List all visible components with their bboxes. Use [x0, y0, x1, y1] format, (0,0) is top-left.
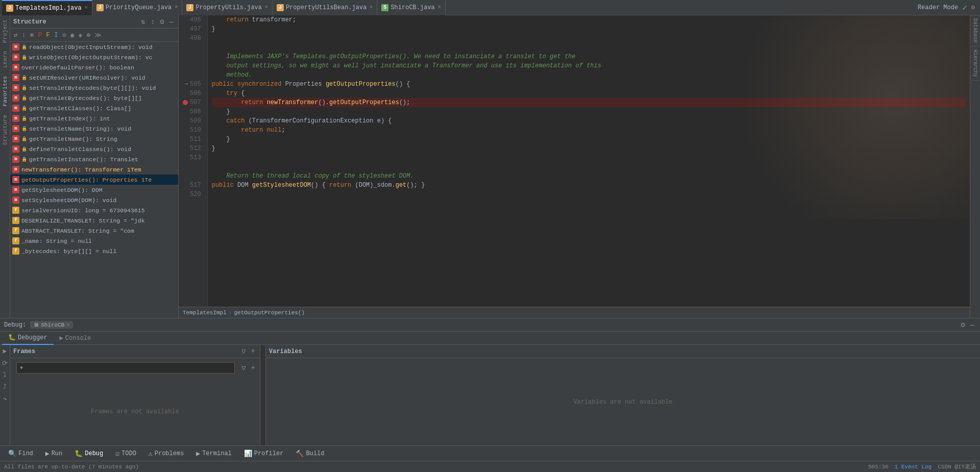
frames-plus-btn[interactable]: + [250, 363, 257, 372]
tree-item-gettransletclasses[interactable]: m 🔒 getTransletClasses(): Class[] [10, 103, 178, 113]
tree-item-abstract[interactable]: f ABSTRACT_TRANSLET: String = "com [10, 226, 178, 236]
sidebar-item-database[interactable]: Database [971, 15, 979, 46]
tree-item-gettransletname[interactable]: m 🔒 getTransletName(): String [10, 134, 178, 144]
debug-session-close[interactable]: × [66, 322, 70, 328]
tree-item-seturiresolver[interactable]: m 🔒 setURIResolver(URIResolver): void [10, 72, 178, 83]
tab-close-shiro[interactable]: × [438, 5, 441, 10]
tab-property-utils[interactable]: J PropertyUtils.java × [182, 0, 273, 15]
toolbar-icon-10[interactable]: ⊛ [85, 31, 92, 40]
tree-item-writeobject[interactable]: m 🔒 writeObject(ObjectOutputStream): vc [10, 52, 178, 62]
sidebar-item-hierarchy[interactable]: Hierarchy [971, 46, 979, 81]
debug-side-icon-2[interactable]: ⟳ [2, 359, 8, 367]
toolbar-icon-3[interactable]: ⊕ [29, 31, 36, 40]
tree-item-text11: defineTransletClasses(): void [29, 146, 131, 153]
tree-item-gettransletbytecodes[interactable]: m 🔒 getTransletBytecodes(): byte[][] [10, 93, 178, 103]
debug-side-icon-1[interactable]: ▶ [3, 347, 7, 355]
event-log-notification[interactable]: 1 Event Log [895, 464, 932, 470]
tree-item-text20: _name: String = null [21, 238, 92, 244]
sidebar-tab-favorites[interactable]: Favorites [1, 72, 9, 110]
breadcrumb-item-1[interactable]: TemplatesImpl [183, 310, 227, 316]
debug-tab-console[interactable]: ▶ Console [54, 332, 97, 345]
debug-session-name: ShiroCB [41, 322, 64, 328]
structure-sort-icon[interactable]: ⇅ [139, 17, 146, 27]
csdn-user: CSDN @IT老汤 [938, 463, 976, 470]
debug-tabs: 🐛 Debugger ▶ Console [0, 332, 980, 345]
frames-filter-btn[interactable]: ▽ [240, 363, 247, 373]
toolbar-icon-1[interactable]: ⇄ [12, 31, 19, 40]
breadcrumb-item-2[interactable]: getOutputProperties() [234, 310, 305, 316]
code-line-505: public synchronized Properties getOutput… [212, 80, 966, 89]
debug-side-icon-3[interactable]: ⤵ [3, 371, 7, 379]
sidebar-tab-learn[interactable]: Learn [1, 47, 9, 72]
find-button[interactable]: 🔍 Find [4, 448, 37, 460]
code-line-507: return newTransformer().getOutputPropert… [212, 98, 966, 107]
tab-shiro-cb[interactable]: S ShiroCB.java × [377, 0, 445, 15]
frames-add-icon[interactable]: + [250, 346, 257, 356]
toolbar-icon-6[interactable]: I [53, 31, 60, 39]
toolbar-icon-2[interactable]: ↕ [20, 31, 28, 39]
code-lines[interactable]: return transformer; } Implements JAXP's … [208, 15, 970, 307]
reader-mode-icon[interactable]: ✓ [962, 3, 967, 13]
tree-item-name[interactable]: f _name: String = null [10, 236, 178, 246]
tab-templates-impl[interactable]: J TemplatesImpl.java × [2, 0, 92, 15]
terminal-button[interactable]: ▶ Terminal [192, 448, 235, 460]
tree-item-settransletname[interactable]: m 🔒 setTransletName(String): void [10, 123, 178, 134]
tree-item-getstylesheetdom[interactable]: m getStylesheetDOM(): DOM [10, 185, 178, 195]
tree-item-bytecodes[interactable]: f _bytecodes: byte[][] = null [10, 246, 178, 256]
tab-close-proputils[interactable]: × [265, 5, 268, 10]
code-scroll[interactable]: 496 497 498 → 505 506 507 [179, 15, 970, 307]
toolbar-icon-7[interactable]: ⊙ [61, 31, 68, 40]
tab-close-templates[interactable]: × [85, 5, 88, 11]
structure-settings-icon[interactable]: ⚙ [158, 17, 165, 27]
variables-title: Variables [269, 348, 302, 355]
debug-side-icon-4[interactable]: ⤴ [3, 383, 7, 391]
frames-dropdown[interactable]: ▼ [16, 362, 235, 374]
sidebar-tab-structure-left[interactable]: Structure [1, 111, 9, 149]
debug-minimize-icon[interactable]: — [969, 320, 976, 330]
ln-510: 510 [183, 126, 203, 135]
toolbar-icon-4[interactable]: P [36, 31, 43, 39]
tree-item-newtransformer[interactable]: m newTransformer(): Transformer 1Tem [10, 164, 178, 175]
sidebar-tab-project[interactable]: Project [1, 15, 9, 47]
code-line-520 [212, 190, 966, 199]
tree-item-gettransletinstance[interactable]: m 🔒 getTransletInstance(): Translet [10, 154, 178, 164]
tree-item-deserialize[interactable]: f DESERIALIZE_TRANSLET: String = "jdk [10, 215, 178, 226]
toolbar-icon-5[interactable]: F [44, 31, 52, 39]
toolbar-icon-8[interactable]: ◉ [69, 31, 76, 40]
code-line-513 [212, 153, 966, 162]
structure-icons: ⇅ ↕ ⚙ — [139, 17, 175, 27]
profiler-button[interactable]: 📊 Profiler [240, 448, 288, 460]
tab-close-propbean[interactable]: × [370, 5, 373, 10]
ln-empty4 [183, 70, 203, 80]
toolbar-icon-11[interactable]: ≫ [93, 31, 103, 40]
frames-scrollbar[interactable] [260, 345, 265, 445]
tab-close-priority[interactable]: × [175, 5, 178, 10]
line-arrow: → [185, 80, 188, 89]
code-line-498 [212, 34, 966, 43]
tab-priority-queue[interactable]: J PriorityQueue.java × [92, 0, 183, 15]
tree-item-serialversionuid[interactable]: f serialVersionUID: long = 6730943615 [10, 205, 178, 215]
tree-item-settransletbytecodes[interactable]: m 🔒 setTransletBytecodes(byte[][]): void [10, 83, 178, 93]
build-button[interactable]: 🔨 Build [291, 448, 328, 460]
debug-side-icon-5[interactable]: ↷ [3, 395, 7, 403]
ln-empty2 [183, 52, 203, 61]
profiler-label: Profiler [254, 450, 284, 457]
toolbar-icon-9[interactable]: ◈ [77, 31, 84, 40]
tree-item-gettransletindex[interactable]: m 🔒 getTransletIndex(): int [10, 113, 178, 123]
frames-filter-icon[interactable]: ▽ [240, 346, 247, 356]
structure-close-icon[interactable]: — [168, 17, 175, 27]
settings-icon[interactable]: ⚙ [971, 4, 975, 11]
todo-button[interactable]: ☑ TODO [111, 448, 140, 460]
structure-sort2-icon[interactable]: ↕ [149, 17, 156, 27]
debug-settings-icon[interactable]: ⚙ [959, 320, 966, 330]
debug-button[interactable]: 🐛 Debug [70, 448, 107, 460]
problems-button[interactable]: ⚠ Problems [144, 448, 188, 460]
tree-item-overrideparser[interactable]: m overrideDefaultParser(): boolean [10, 62, 178, 72]
tab-property-utils-bean[interactable]: J PropertyUtilsBean.java × [273, 0, 377, 15]
run-button[interactable]: ▶ Run [41, 448, 66, 460]
tree-item-readobject[interactable]: m 🔒 readObject(ObjectInputStream): void [10, 42, 178, 52]
debug-tab-debugger[interactable]: 🐛 Debugger [2, 332, 54, 345]
tree-item-definetransletclasses[interactable]: m 🔒 defineTransletClasses(): void [10, 144, 178, 154]
tree-item-getoutputproperties[interactable]: m getOutputProperties(): Properties 1Te [10, 175, 178, 185]
tree-item-setstylesheetdom[interactable]: m setStylesheetDOM(DOM): void [10, 195, 178, 205]
